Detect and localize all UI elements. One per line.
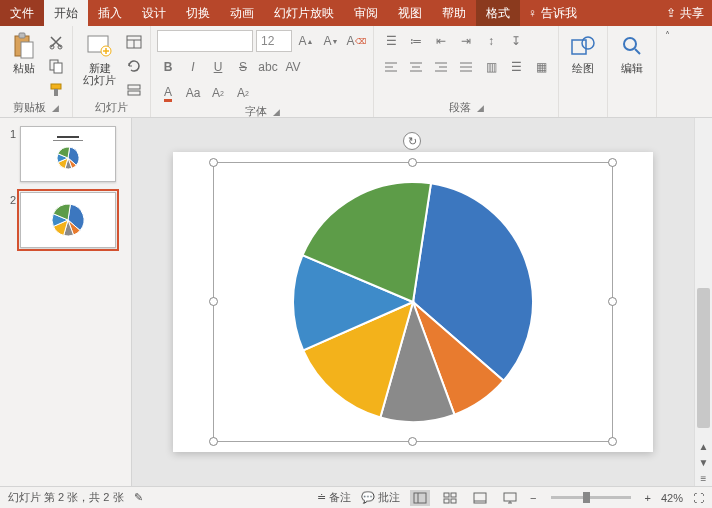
vertical-scrollbar[interactable]: ▲ ▼ ≡ (694, 118, 712, 486)
svg-rect-29 (504, 493, 516, 501)
align-left-button[interactable] (380, 56, 402, 78)
svg-rect-26 (451, 499, 456, 503)
selection-box[interactable] (213, 162, 613, 442)
new-slide-button[interactable]: 新建 幻灯片 (79, 30, 120, 88)
drawing-button[interactable]: 绘图 (565, 30, 601, 76)
italic-button[interactable]: I (182, 56, 204, 78)
line-spacing-button[interactable]: ↕ (480, 30, 502, 52)
tab-insert[interactable]: 插入 (88, 0, 132, 26)
tab-view[interactable]: 视图 (388, 0, 432, 26)
tab-animation[interactable]: 动画 (220, 0, 264, 26)
columns-button[interactable]: ▥ (480, 56, 502, 78)
font-dialog-launcher[interactable]: ◢ (273, 107, 280, 117)
resize-handle-se[interactable] (608, 437, 617, 446)
zoom-out-button[interactable]: − (530, 492, 536, 504)
resize-handle-s[interactable] (408, 437, 417, 446)
thumbnail-2[interactable]: 2 (4, 192, 127, 248)
numbering-button[interactable]: ≔ (405, 30, 427, 52)
section-button[interactable] (124, 80, 144, 100)
resize-handle-ne[interactable] (608, 158, 617, 167)
collapse-ribbon-button[interactable]: ˄ (657, 26, 677, 117)
align-text-button[interactable]: ☰ (505, 56, 527, 78)
layout-button[interactable] (124, 32, 144, 52)
comments-button[interactable]: 💬 批注 (361, 490, 400, 505)
font-size-select[interactable]: 12 (256, 30, 292, 52)
align-center-button[interactable] (405, 56, 427, 78)
clear-format-button[interactable]: A⌫ (345, 30, 367, 52)
svg-point-18 (624, 38, 636, 50)
font-color-button[interactable]: A (157, 82, 179, 104)
subscript-button[interactable]: A2 (232, 82, 254, 104)
sorter-view-button[interactable] (440, 490, 460, 506)
spellcheck-icon[interactable]: ✎ (134, 491, 143, 504)
change-case-button[interactable]: Aa (182, 82, 204, 104)
reading-view-button[interactable] (470, 490, 490, 506)
font-family-select[interactable] (157, 30, 253, 52)
tab-help[interactable]: 帮助 (432, 0, 476, 26)
zoom-slider-thumb[interactable] (583, 492, 590, 503)
share-button[interactable]: ⇪ 共享 (658, 0, 712, 26)
current-slide[interactable]: ↻ (173, 152, 653, 452)
normal-view-button[interactable] (410, 490, 430, 506)
cut-button[interactable] (46, 32, 66, 52)
bold-button[interactable]: B (157, 56, 179, 78)
increase-font-button[interactable]: A▲ (295, 30, 317, 52)
tell-me[interactable]: ♀ 告诉我 (520, 0, 585, 26)
zoom-in-button[interactable]: + (645, 492, 651, 504)
thumbnail-1[interactable]: 1 (4, 126, 127, 182)
resize-handle-e[interactable] (608, 297, 617, 306)
thumb-number: 1 (4, 126, 16, 140)
align-right-button[interactable] (430, 56, 452, 78)
status-bar: 幻灯片 第 2 张，共 2 张 ✎ ≐ 备注 💬 批注 − + 42% ⛶ (0, 486, 712, 508)
tell-me-label: 告诉我 (541, 5, 577, 22)
fit-window-button[interactable]: ⛶ (693, 492, 704, 504)
paste-button[interactable]: 粘贴 (6, 30, 42, 76)
zoom-level[interactable]: 42% (661, 492, 683, 504)
copy-button[interactable] (46, 56, 66, 76)
editing-label: 编辑 (621, 62, 643, 74)
drawing-label: 绘图 (572, 62, 594, 74)
tab-file[interactable]: 文件 (0, 0, 44, 26)
shadow-button[interactable]: abc (257, 56, 279, 78)
scroll-thumb[interactable] (697, 288, 710, 428)
group-font: 12 A▲ A▼ A⌫ B I U S abc AV A Aa A2 (151, 26, 374, 117)
decrease-font-button[interactable]: A▼ (320, 30, 342, 52)
thumb-number: 2 (4, 192, 16, 206)
ribbon: 粘贴 剪贴板◢ 新建 幻灯片 幻灯片 (0, 26, 712, 118)
tab-design[interactable]: 设计 (132, 0, 176, 26)
format-painter-button[interactable] (46, 80, 66, 100)
notes-button[interactable]: ≐ 备注 (317, 490, 351, 505)
clipboard-dialog-launcher[interactable]: ◢ (52, 103, 59, 113)
tab-review[interactable]: 审阅 (344, 0, 388, 26)
scroll-up-icon[interactable]: ▲ (695, 438, 712, 454)
superscript-button[interactable]: A2 (207, 82, 229, 104)
tab-slideshow[interactable]: 幻灯片放映 (264, 0, 344, 26)
rotate-handle[interactable]: ↻ (403, 132, 421, 150)
char-spacing-button[interactable]: AV (282, 56, 304, 78)
tab-transition[interactable]: 切换 (176, 0, 220, 26)
paragraph-dialog-launcher[interactable]: ◢ (477, 103, 484, 113)
tab-format[interactable]: 格式 (476, 0, 520, 26)
editing-button[interactable]: 编辑 (614, 30, 650, 76)
slideshow-view-button[interactable] (500, 490, 520, 506)
resize-handle-n[interactable] (408, 158, 417, 167)
justify-button[interactable] (455, 56, 477, 78)
tab-home[interactable]: 开始 (44, 0, 88, 26)
bullets-button[interactable]: ☰ (380, 30, 402, 52)
strike-button[interactable]: S (232, 56, 254, 78)
scroll-down-icon[interactable]: ▼ (695, 454, 712, 470)
share-icon: ⇪ (666, 6, 676, 20)
indent-dec-button[interactable]: ⇤ (430, 30, 452, 52)
resize-handle-w[interactable] (209, 297, 218, 306)
zoom-slider[interactable] (551, 496, 631, 499)
indent-inc-button[interactable]: ⇥ (455, 30, 477, 52)
text-direction-button[interactable]: ↧ (505, 30, 527, 52)
underline-button[interactable]: U (207, 56, 229, 78)
reset-button[interactable] (124, 56, 144, 76)
resize-handle-nw[interactable] (209, 158, 218, 167)
chevron-up-icon: ˄ (665, 30, 670, 41)
group-editing: 编辑 . (608, 26, 657, 117)
smartart-button[interactable]: ▦ (530, 56, 552, 78)
resize-handle-sw[interactable] (209, 437, 218, 446)
scroll-page-icon[interactable]: ≡ (695, 470, 712, 486)
